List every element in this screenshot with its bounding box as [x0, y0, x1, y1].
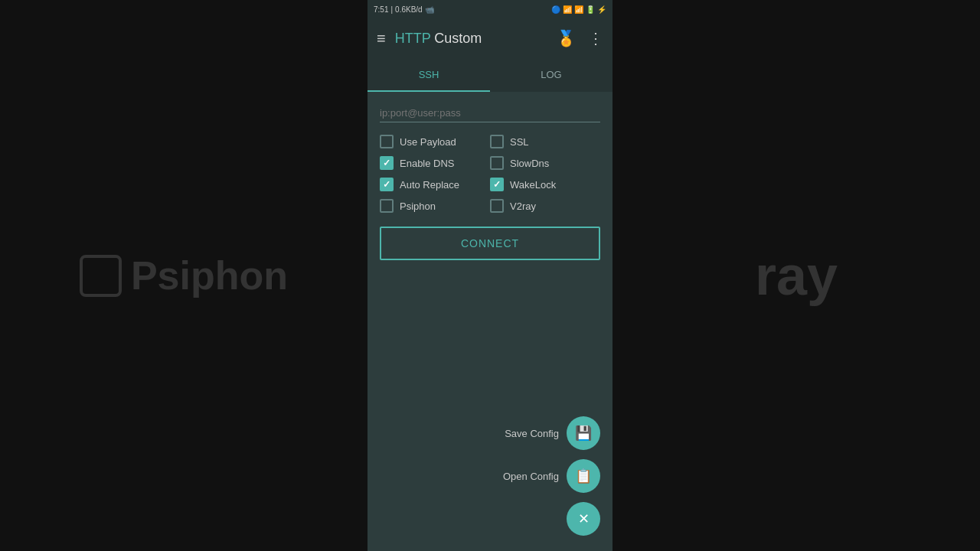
app-bar: ≡ HTTP Custom 🏅 ⋮ — [368, 18, 612, 58]
checkbox-label-enable-dns: Enable DNS — [400, 158, 455, 169]
video-icon: 📹 — [425, 5, 434, 14]
app-bar-icons: 🏅 ⋮ — [557, 29, 603, 47]
checkbox-box-enable-dns — [380, 156, 394, 170]
close-fab-button[interactable]: ✕ — [567, 502, 600, 536]
more-options-icon[interactable]: ⋮ — [588, 29, 603, 47]
open-icon: 📋 — [575, 468, 592, 484]
time-display: 7:51 — [374, 5, 388, 14]
checkbox-box-slow-dns — [490, 156, 504, 170]
open-config-item: Open Config 📋 — [503, 459, 600, 493]
save-config-button[interactable]: 💾 — [567, 416, 600, 450]
checkbox-label-auto-replace: Auto Replace — [400, 179, 459, 191]
psiphon-icon — [80, 255, 122, 297]
checkbox-box-ssl — [490, 135, 504, 148]
tab-ssh[interactable]: SSH — [368, 58, 490, 92]
checkbox-wakelock[interactable]: WakeLock — [490, 178, 600, 191]
checkbox-box-auto-replace — [380, 178, 394, 191]
psiphon-bg-text: Psiphon — [80, 253, 288, 298]
open-config-button[interactable]: 📋 — [567, 459, 600, 493]
checkbox-v2ray[interactable]: V2ray — [490, 199, 600, 213]
open-config-label: Open Config — [503, 471, 559, 482]
checkboxes-grid: Use Payload SSL Enable DNS SlowDns Auto … — [380, 135, 600, 213]
charge-icon: ⚡ — [597, 5, 606, 14]
data-display: | — [390, 5, 393, 14]
connect-button[interactable]: CONNECT — [380, 227, 600, 260]
checkbox-box-wakelock — [490, 178, 504, 191]
checkbox-slow-dns[interactable]: SlowDns — [490, 156, 600, 170]
title-custom: Custom — [430, 31, 482, 46]
save-config-label: Save Config — [505, 428, 559, 439]
checkbox-label-v2ray: V2ray — [510, 201, 536, 212]
battery-icon: 🔋 — [586, 5, 595, 14]
checkbox-label-ssl: SSL — [510, 136, 529, 148]
checkbox-enable-dns[interactable]: Enable DNS — [380, 156, 490, 170]
checkbox-label-slow-dns: SlowDns — [510, 158, 549, 169]
data-speed: 0.6KB/d — [395, 5, 423, 14]
badge-icon[interactable]: 🏅 — [557, 29, 576, 47]
ray-bg-text: ray — [755, 244, 838, 307]
app-title: HTTP Custom — [395, 31, 547, 47]
checkbox-label-psiphon: Psiphon — [400, 201, 436, 212]
phone-container: 7:51 | 0.6KB/d 📹 🔵 📶 📶 🔋 ⚡ ≡ HTTP Custom… — [368, 0, 612, 551]
status-bar: 7:51 | 0.6KB/d 📹 🔵 📶 📶 🔋 ⚡ — [368, 0, 612, 18]
save-icon: 💾 — [575, 425, 592, 442]
tab-log[interactable]: LOG — [490, 58, 612, 92]
menu-icon[interactable]: ≡ — [377, 30, 386, 47]
fab-container: Save Config 💾 Open Config 📋 ✕ — [503, 416, 600, 536]
checkbox-ssl[interactable]: SSL — [490, 135, 600, 148]
checkbox-label-use-payload: Use Payload — [400, 136, 456, 148]
checkbox-use-payload[interactable]: Use Payload — [380, 135, 490, 148]
checkbox-box-use-payload — [380, 135, 394, 148]
checkbox-psiphon[interactable]: Psiphon — [380, 199, 490, 213]
checkbox-box-v2ray — [490, 199, 504, 213]
checkbox-auto-replace[interactable]: Auto Replace — [380, 178, 490, 191]
title-http: HTTP — [395, 31, 431, 46]
connection-input[interactable] — [380, 104, 600, 122]
signal-icon: 📶 — [574, 5, 583, 14]
bluetooth-icon: 🔵 — [551, 5, 560, 14]
close-icon: ✕ — [578, 510, 590, 527]
status-right: 🔵 📶 📶 🔋 ⚡ — [551, 5, 606, 14]
tabs-container: SSH LOG — [368, 58, 612, 92]
wifi-icon: 📶 — [563, 5, 572, 14]
checkbox-label-wakelock: WakeLock — [510, 179, 556, 191]
background-left: Psiphon — [0, 0, 368, 551]
checkbox-box-psiphon — [380, 199, 394, 213]
status-left: 7:51 | 0.6KB/d 📹 — [374, 5, 434, 14]
background-right: ray — [612, 0, 980, 551]
content-area: Use Payload SSL Enable DNS SlowDns Auto … — [368, 92, 612, 551]
save-config-item: Save Config 💾 — [505, 416, 600, 450]
